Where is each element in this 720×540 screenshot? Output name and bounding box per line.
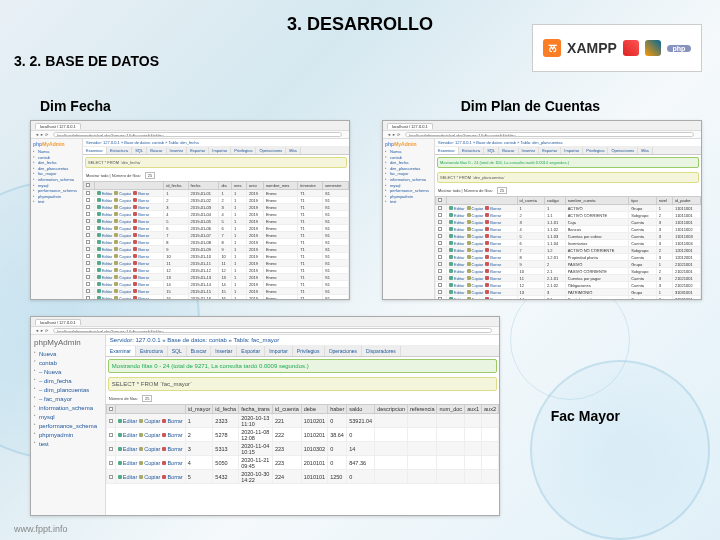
pma-tab[interactable]: Operaciones (608, 147, 638, 154)
copy-link[interactable]: Copiar (114, 296, 131, 301)
copy-link[interactable]: Copiar (139, 474, 160, 480)
copy-link[interactable]: Copiar (114, 240, 131, 245)
col-header[interactable]: haber (328, 405, 347, 414)
edit-link[interactable]: Editar (449, 297, 464, 301)
col-header[interactable]: num_doc (437, 405, 465, 414)
pma-tab[interactable]: Buscar (147, 147, 166, 154)
copy-link[interactable]: Copiar (467, 255, 484, 260)
row-checkbox[interactable] (86, 254, 90, 258)
edit-link[interactable]: Editar (97, 212, 112, 217)
edit-link[interactable]: Editar (449, 227, 464, 232)
delete-link[interactable]: Borrar (162, 446, 182, 452)
delete-link[interactable]: Borrar (485, 297, 501, 301)
copy-link[interactable]: Copiar (114, 198, 131, 203)
pma-tab[interactable]: Insertar (519, 147, 540, 154)
copy-link[interactable]: Copiar (467, 241, 484, 246)
delete-link[interactable]: Borrar (485, 241, 501, 246)
url-field[interactable]: localhost/phpmyadmin/sql.php?server=1&db… (53, 132, 342, 137)
copy-link[interactable]: Copiar (467, 227, 484, 232)
edit-link[interactable]: Editar (97, 226, 112, 231)
delete-link[interactable]: Borrar (162, 474, 182, 480)
pma-tab[interactable]: Operaciones (256, 147, 286, 154)
copy-link[interactable]: Copiar (467, 297, 484, 301)
delete-link[interactable]: Borrar (133, 268, 149, 273)
row-checkbox[interactable] (86, 296, 90, 300)
edit-link[interactable]: Editar (97, 233, 112, 238)
url-field[interactable]: localhost/phpmyadmin/sql.php?server=1&db… (405, 132, 694, 137)
row-checkbox[interactable] (86, 261, 90, 265)
row-checkbox[interactable] (438, 290, 442, 294)
edit-link[interactable]: Editar (449, 262, 464, 267)
pma-tab[interactable]: Operaciones (325, 346, 362, 356)
copy-link[interactable]: Copiar (139, 418, 160, 424)
delete-link[interactable]: Borrar (485, 220, 501, 225)
col-header[interactable]: id_mayor (185, 405, 213, 414)
delete-link[interactable]: Borrar (133, 212, 149, 217)
row-checkbox[interactable] (86, 191, 90, 195)
tree-item[interactable]: test (385, 199, 432, 205)
tree-item[interactable]: performance_schema (34, 422, 102, 431)
pma-tab[interactable]: Estructura (107, 147, 132, 154)
edit-link[interactable]: Editar (97, 247, 112, 252)
edit-link[interactable]: Editar (97, 289, 112, 294)
edit-link[interactable]: Editar (449, 213, 464, 218)
tree-item[interactable]: – dim_plancuentas (34, 386, 102, 395)
row-checkbox[interactable] (86, 233, 90, 237)
col-header[interactable]: anio (247, 182, 264, 190)
rows-select[interactable]: 25 (142, 395, 152, 402)
edit-link[interactable]: Editar (118, 418, 137, 424)
pma-tab[interactable]: Buscar (187, 346, 212, 356)
delete-link[interactable]: Borrar (133, 233, 149, 238)
edit-link[interactable]: Editar (97, 240, 112, 245)
delete-link[interactable]: Borrar (133, 198, 149, 203)
row-checkbox[interactable] (86, 240, 90, 244)
pma-tab[interactable]: SQL (132, 147, 147, 154)
copy-link[interactable]: Copiar (114, 247, 131, 252)
delete-link[interactable]: Borrar (133, 191, 149, 196)
edit-link[interactable]: Editar (118, 446, 137, 452)
copy-link[interactable]: Copiar (467, 269, 484, 274)
edit-link[interactable]: Editar (97, 275, 112, 280)
row-checkbox[interactable] (86, 198, 90, 202)
row-checkbox[interactable] (438, 283, 442, 287)
pma-tab[interactable]: Examinar (435, 147, 459, 154)
edit-link[interactable]: Editar (97, 254, 112, 259)
row-checkbox[interactable] (109, 433, 113, 437)
delete-link[interactable]: Borrar (485, 276, 501, 281)
delete-link[interactable]: Borrar (485, 248, 501, 253)
copy-link[interactable]: Copiar (139, 446, 160, 452)
col-header[interactable]: id_fecha (213, 405, 239, 414)
pma-tab[interactable]: Estructura (459, 147, 484, 154)
col-header[interactable]: trimestre (298, 182, 323, 190)
row-checkbox[interactable] (438, 297, 442, 301)
reload-icon[interactable]: ⟳ (45, 328, 50, 333)
col-header[interactable]: id_cuenta (272, 405, 301, 414)
copy-link[interactable]: Copiar (467, 220, 484, 225)
row-checkbox[interactable] (86, 289, 90, 293)
row-checkbox[interactable] (86, 275, 90, 279)
delete-link[interactable]: Borrar (485, 255, 501, 260)
pma-tab[interactable]: Importar (209, 147, 231, 154)
reload-icon[interactable]: ⟳ (397, 132, 402, 137)
edit-link[interactable]: Editar (449, 290, 464, 295)
col-header[interactable]: id_padre (672, 197, 700, 205)
pma-tab[interactable]: Buscar (499, 147, 518, 154)
row-checkbox[interactable] (438, 220, 442, 224)
delete-link[interactable]: Borrar (133, 254, 149, 259)
col-header[interactable]: aux2 (482, 405, 499, 414)
copy-link[interactable]: Copiar (467, 262, 484, 267)
row-checkbox[interactable] (438, 213, 442, 217)
browser-tab[interactable]: localhost / 127.0.0.1 (35, 319, 81, 325)
pma-tab[interactable]: SQL (484, 147, 499, 154)
copy-link[interactable]: Copiar (467, 234, 484, 239)
edit-link[interactable]: Editar (97, 296, 112, 301)
edit-link[interactable]: Editar (118, 432, 137, 438)
row-checkbox[interactable] (438, 255, 442, 259)
url-field[interactable]: localhost/phpmyadmin/sql.php?server=1&db… (53, 328, 492, 333)
copy-link[interactable]: Copiar (114, 212, 131, 217)
tree-item[interactable]: – fac_mayor (34, 395, 102, 404)
col-header[interactable]: semestre (323, 182, 349, 190)
delete-link[interactable]: Borrar (485, 206, 501, 211)
copy-link[interactable]: Copiar (114, 191, 131, 196)
delete-link[interactable]: Borrar (485, 290, 501, 295)
